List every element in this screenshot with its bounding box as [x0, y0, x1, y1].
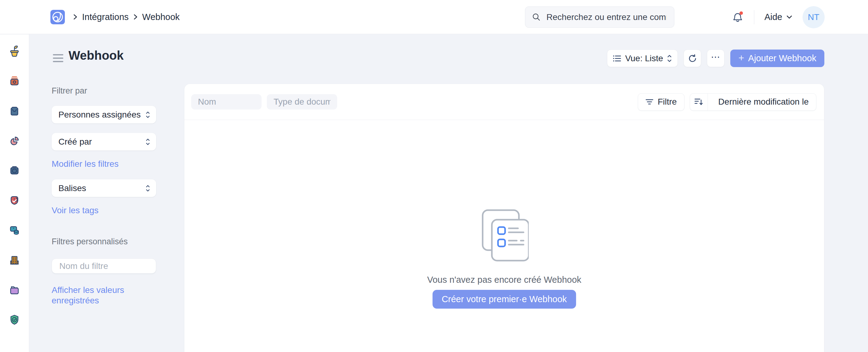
search-icon — [532, 12, 541, 22]
top-bar: Intégrations Webhook Aide — [0, 0, 868, 34]
plus-icon: + — [738, 52, 744, 64]
more-actions-button[interactable]: ⋯ — [707, 50, 724, 67]
filter-name-field — [52, 259, 156, 273]
ellipsis-icon: ⋯ — [711, 51, 721, 62]
notifications-button[interactable] — [732, 11, 744, 23]
breadcrumb: Intégrations Webhook — [73, 12, 180, 22]
left-icon-rail — [0, 34, 29, 352]
app-window: Intégrations Webhook Aide — [0, 0, 868, 352]
create-first-webhook-button[interactable]: Créer votre premier·e Webhook — [432, 290, 576, 309]
sidebar-lunchbox-icon[interactable] — [8, 164, 21, 177]
filter-lines-icon — [646, 98, 653, 105]
name-filter-input[interactable] — [197, 97, 255, 107]
see-tags-link[interactable]: Voir les tags — [52, 205, 156, 216]
custom-filters-label: Filtres personnalisés — [52, 237, 156, 246]
sort-button[interactable]: Dernière modification le — [690, 93, 816, 111]
chevron-updown-icon — [146, 138, 150, 146]
empty-state-title: Vous n'avez pas encore créé Webhook — [427, 275, 582, 285]
list-view-icon — [613, 55, 621, 62]
empty-documents-icon — [479, 209, 529, 262]
view-selector-button[interactable]: Vue: Liste — [607, 50, 678, 67]
help-label: Aide — [765, 12, 782, 22]
page-title: Webhook — [68, 49, 124, 62]
user-avatar[interactable]: NT — [803, 6, 825, 28]
command-search[interactable] — [525, 6, 674, 28]
filter-name-input[interactable] — [59, 261, 149, 271]
topbar-right-cluster: Aide NT — [732, 0, 825, 34]
chevron-right-icon — [133, 13, 138, 20]
search-input[interactable] — [546, 12, 667, 23]
chevron-updown-icon — [146, 184, 150, 192]
app-logo[interactable] — [51, 10, 65, 24]
chevron-down-icon — [786, 15, 793, 19]
sidebar-card-database-icon[interactable] — [8, 224, 21, 237]
list-card: Filtre Dernière modification le — [184, 84, 824, 352]
view-selector-label: Vue: Liste — [625, 54, 663, 63]
breadcrumb-integrations[interactable]: Intégrations — [82, 12, 129, 22]
sidebar-building-icon[interactable] — [8, 254, 21, 266]
chevron-right-icon — [73, 13, 78, 20]
add-webhook-label: Ajouter Webhook — [748, 53, 816, 63]
page-toolbar: Vue: Liste ⋯ + Ajouter Webhook — [607, 50, 824, 67]
created-by-dropdown[interactable]: Créé par — [52, 133, 156, 150]
assignees-dropdown-label: Personnes assignées — [58, 110, 141, 120]
menu-handle-icon[interactable] — [53, 54, 63, 62]
tags-dropdown[interactable]: Balises — [52, 179, 156, 197]
filter-button-label: Filtre — [658, 97, 677, 107]
name-filter-field — [191, 94, 261, 110]
list-filter-row: Filtre Dernière modification le — [184, 84, 824, 120]
created-by-dropdown-label: Créé par — [58, 137, 92, 147]
add-webhook-button[interactable]: + Ajouter Webhook — [730, 50, 824, 67]
filter-by-label: Filtrer par — [52, 86, 156, 96]
filter-panel: Filtrer par Personnes assignées Créé par… — [52, 86, 156, 306]
sidebar-hand-check-icon[interactable] — [8, 194, 21, 207]
show-saved-values-link[interactable]: Afficher les valeurs enregistrées — [52, 285, 130, 306]
sidebar-pie-chart-icon[interactable] — [8, 134, 21, 147]
refresh-button[interactable] — [684, 50, 701, 67]
sort-button-label: Dernière modification le — [712, 97, 816, 107]
edit-filters-link[interactable]: Modifier les filtres — [52, 159, 156, 169]
sort-descending-icon — [694, 98, 703, 106]
refresh-icon — [688, 54, 697, 63]
assignees-dropdown[interactable]: Personnes assignées — [52, 106, 156, 123]
tags-dropdown-label: Balises — [58, 183, 86, 193]
sidebar-wallet-icon[interactable] — [8, 75, 21, 87]
sort-icon-cell — [690, 93, 708, 111]
doc-type-filter-input[interactable] — [273, 97, 331, 107]
logo-glyph-icon — [51, 10, 65, 24]
avatar-initials: NT — [808, 12, 819, 22]
sidebar-folder-icon[interactable] — [8, 283, 21, 296]
breadcrumb-webhook[interactable]: Webhook — [142, 12, 180, 22]
chevron-updown-icon — [667, 54, 672, 63]
sidebar-shield-check-icon[interactable] — [8, 313, 21, 326]
sidebar-shopping-bag-icon[interactable] — [8, 104, 21, 117]
chevron-updown-icon — [146, 111, 150, 119]
empty-state: Vous n'avez pas encore créé Webhook Crée… — [427, 209, 582, 309]
sidebar-plant-pot-icon[interactable] — [8, 45, 21, 58]
help-menu[interactable]: Aide — [765, 12, 793, 22]
notification-dot — [740, 11, 743, 15]
filter-button[interactable]: Filtre — [638, 93, 684, 111]
doc-type-filter-field — [267, 94, 337, 110]
